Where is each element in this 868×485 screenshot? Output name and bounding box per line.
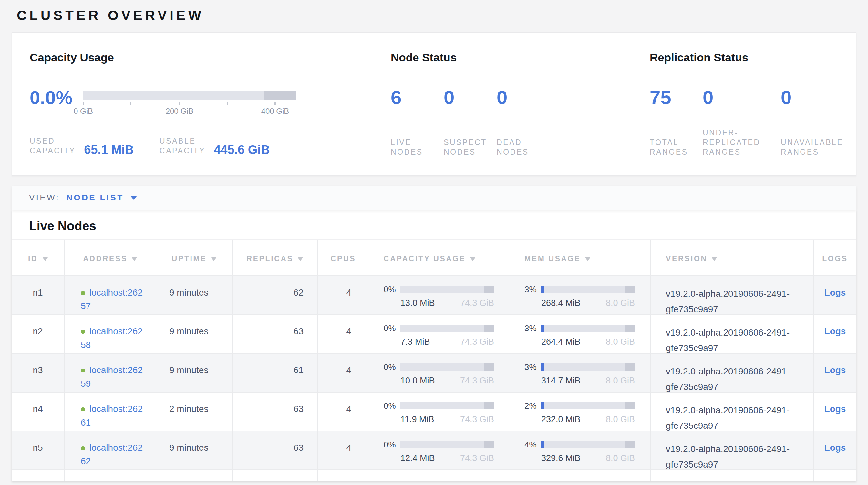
logs-link[interactable]: Logs (825, 365, 846, 375)
header-capacity-usage[interactable]: CAPACITY USAGE (369, 240, 511, 276)
node-address-link[interactable]: localhost:262 (89, 287, 143, 297)
under-replicated-ranges-stat: 0 UNDER- REPLICATED RANGES (703, 88, 713, 157)
under-replicated-ranges-value: 0 (703, 88, 713, 107)
capacity-percent: 0% (383, 440, 397, 450)
logs-cell: Logs (813, 276, 857, 317)
mem-percent: 3% (524, 323, 537, 333)
total-ranges-label: TOTAL RANGES (650, 138, 688, 157)
cluster-overview-page: CLUSTER OVERVIEW Capacity Usage 0.0% 0 G… (0, 0, 868, 485)
dead-nodes-stat: 0 DEAD NODES (497, 88, 507, 157)
meter-end-segment (624, 441, 635, 448)
capacity-used-value: 13.0 MiB (400, 298, 435, 308)
capacity-usage-cell: 0% 11.9 MiB74.3 GiB (369, 392, 511, 433)
gauge-tick (179, 102, 180, 106)
table-row-partial (11, 469, 857, 481)
used-capacity-label: USED CAPACITY (30, 137, 75, 156)
mem-total-value: 8.0 GiB (606, 415, 635, 424)
suspect-nodes-label: SUSPECT NODES (444, 138, 487, 157)
uptime-cell: 2 minutes (156, 392, 232, 433)
uptime-cell: 9 minutes (156, 431, 232, 472)
mem-usage-cell: 3% 264.4 MiB8.0 GiB (511, 314, 650, 356)
version-cell: v19.2.0-alpha.20190606-2491-gfe735c9a97 (650, 392, 813, 433)
meter-fill-segment (541, 325, 544, 332)
chevron-down-icon (130, 196, 137, 200)
mem-usage-cell: 4% 329.6 MiB8.0 GiB (511, 431, 650, 472)
logs-cell: Logs (813, 431, 857, 472)
suspect-nodes-value: 0 (444, 88, 454, 107)
node-address-link[interactable]: 58 (81, 340, 156, 350)
page-title: CLUSTER OVERVIEW (17, 8, 204, 23)
node-address-cell: localhost:262 57 (64, 276, 156, 317)
node-address-link[interactable]: 62 (81, 456, 156, 466)
uptime-cell: 9 minutes (156, 314, 232, 356)
meter-end-segment (624, 286, 635, 293)
meter-end-segment (624, 364, 635, 371)
version-cell: v19.2.0-alpha.20190606-2491-gfe735c9a97 (650, 431, 813, 472)
live-nodes-label: LIVE NODES (391, 138, 423, 157)
capacity-used-value: 10.0 MiB (400, 376, 435, 386)
gauge-tick (227, 102, 228, 106)
total-ranges-value: 75 (650, 88, 671, 107)
meter-end-segment (484, 441, 494, 448)
node-address-link[interactable]: 57 (81, 301, 156, 311)
logs-link[interactable]: Logs (825, 287, 846, 297)
logs-link[interactable]: Logs (825, 442, 846, 453)
meter-end-segment (624, 402, 635, 409)
logs-link[interactable]: Logs (825, 326, 846, 336)
logs-link[interactable]: Logs (825, 403, 846, 414)
header-version[interactable]: VERSION (650, 240, 813, 276)
view-dropdown[interactable]: NODE LIST (66, 193, 136, 202)
summary-card: Capacity Usage 0.0% 0 GiB 200 GiB 400 Gi… (11, 32, 857, 176)
node-address-link[interactable]: 61 (81, 417, 156, 427)
meter-fill-segment (541, 402, 544, 409)
usable-capacity-label: USABLE CAPACITY (159, 137, 206, 156)
node-address-link[interactable]: localhost:262 (89, 403, 143, 414)
capacity-meter (400, 364, 494, 371)
node-address-link[interactable]: localhost:262 (89, 442, 143, 453)
gauge-tick-label: 200 GiB (166, 107, 194, 116)
table-row: n1 localhost:262 57 9 minutes 62 4 0% 13… (11, 276, 857, 314)
cpus-cell: 4 (317, 314, 369, 356)
table-row: n2 localhost:262 58 9 minutes 63 4 0% 7.… (11, 314, 857, 353)
node-address-link[interactable]: localhost:262 (89, 365, 143, 375)
meter-end-segment (484, 364, 494, 371)
replication-status-title: Replication Status (650, 51, 748, 65)
mem-total-value: 8.0 GiB (606, 337, 635, 347)
unavailable-ranges-label: UNAVAILABLE RANGES (781, 138, 843, 157)
mem-usage-cell: 2% 232.0 MiB8.0 GiB (511, 392, 650, 433)
node-id-cell: n1 (11, 276, 64, 317)
view-bar: VIEW: NODE LIST (11, 186, 857, 210)
header-mem-usage[interactable]: MEM USAGE (511, 240, 650, 276)
uptime-cell: 9 minutes (156, 353, 232, 395)
sort-desc-icon (42, 257, 48, 261)
live-nodes-stat: 6 LIVE NODES (391, 88, 401, 157)
node-address-link[interactable]: 59 (81, 378, 156, 389)
logs-cell: Logs (813, 314, 857, 356)
capacity-total-value: 74.3 GiB (460, 298, 494, 308)
capacity-used-value: 7.3 MiB (400, 337, 430, 347)
meter-end-segment (484, 325, 494, 332)
mem-meter (541, 402, 635, 409)
mem-total-value: 8.0 GiB (606, 453, 635, 463)
node-address-cell: localhost:262 58 (64, 314, 156, 356)
header-id[interactable]: ID (11, 240, 64, 276)
header-address[interactable]: ADDRESS (64, 240, 156, 276)
mem-total-value: 8.0 GiB (606, 298, 635, 308)
node-live-icon (81, 368, 85, 372)
meter-end-segment (484, 286, 494, 293)
capacity-usage-title: Capacity Usage (30, 51, 114, 65)
live-nodes-section-title: Live Nodes (29, 219, 96, 233)
mem-used-value: 314.7 MiB (541, 376, 581, 386)
live-nodes-value: 6 (391, 88, 401, 107)
header-cpus[interactable]: CPUS (317, 240, 369, 276)
unavailable-ranges-stat: 0 UNAVAILABLE RANGES (781, 88, 792, 157)
sort-desc-icon (132, 257, 137, 261)
mem-used-value: 329.6 MiB (541, 453, 581, 463)
node-address-link[interactable]: localhost:262 (89, 326, 143, 336)
header-replicas[interactable]: REPLICAS (232, 240, 317, 276)
replicas-cell: 63 (232, 431, 317, 472)
sort-desc-icon (470, 257, 475, 261)
used-capacity-value: 65.1 MiB (84, 143, 134, 157)
capacity-percent: 0% (383, 285, 397, 294)
header-uptime[interactable]: UPTIME (156, 240, 232, 276)
